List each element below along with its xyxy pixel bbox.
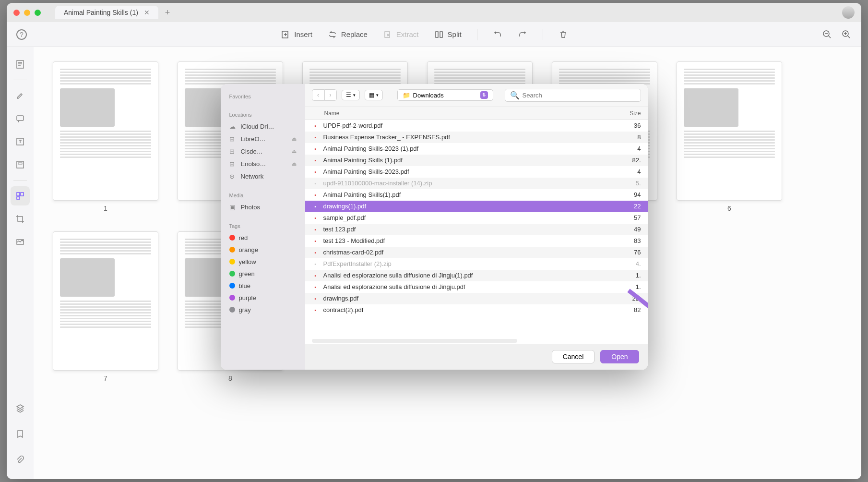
tag-item-blue[interactable]: blue bbox=[221, 280, 305, 292]
column-size[interactable]: Size bbox=[612, 110, 641, 117]
file-icon: ▪ bbox=[312, 122, 320, 130]
file-size: 1. bbox=[612, 272, 641, 279]
list-icon: ☰ bbox=[346, 92, 351, 98]
file-row[interactable]: ▪drawings(1).pdf22 bbox=[305, 201, 648, 212]
file-icon: ▪ bbox=[312, 203, 320, 210]
column-name[interactable]: Name bbox=[312, 110, 612, 117]
cloud-icon: ☁ bbox=[229, 123, 237, 131]
file-size: 94 bbox=[612, 191, 641, 198]
file-size: 83 bbox=[612, 237, 641, 244]
file-icon: ▪ bbox=[312, 157, 320, 164]
sidebar-item-icloud[interactable]: ☁iCloud Dri… bbox=[221, 120, 305, 133]
sidebar-item-libreoffice[interactable]: ⊟LibreO…⏏ bbox=[221, 133, 305, 145]
file-name: sample_pdf.pdf bbox=[323, 214, 612, 221]
tag-item-yellow[interactable]: yellow bbox=[221, 256, 305, 268]
file-icon: ▪ bbox=[312, 283, 320, 291]
horizontal-scrollbar[interactable] bbox=[312, 339, 517, 343]
file-row[interactable]: ▪christmas-card-02.pdf76 bbox=[305, 247, 648, 258]
file-name: Analisi ed esplorazione sulla diffusione… bbox=[323, 283, 612, 290]
sidebar-item-cisdem[interactable]: ⊟Cisde…⏏ bbox=[221, 145, 305, 158]
tag-dot-icon bbox=[229, 283, 235, 289]
file-size: 76 bbox=[612, 249, 641, 256]
file-name: test 123.pdf bbox=[323, 226, 612, 233]
dialog-toolbar: ‹ › ☰▾ ▦▾ 📁 Downloads ⇅ 🔍 bbox=[305, 84, 648, 107]
tag-dot-icon bbox=[229, 271, 235, 277]
tag-item-orange[interactable]: orange bbox=[221, 244, 305, 256]
file-size: 1. bbox=[612, 283, 641, 290]
file-row[interactable]: ▪PdfExpertInstaller (2).zip4. bbox=[305, 258, 648, 270]
eject-icon[interactable]: ⏏ bbox=[292, 136, 297, 142]
file-name: Animal Painting Skills-2023.pdf bbox=[323, 168, 612, 175]
file-icon: ▪ bbox=[312, 145, 320, 153]
tag-item-gray[interactable]: gray bbox=[221, 304, 305, 316]
file-row[interactable]: ▪Animal Painting Skills-2023.pdf4 bbox=[305, 166, 648, 178]
tag-dot-icon bbox=[229, 235, 235, 241]
favorites-header: Favorites bbox=[221, 91, 305, 102]
dialog-footer: Cancel Open bbox=[305, 344, 648, 370]
tag-item-purple[interactable]: purple bbox=[221, 292, 305, 304]
file-size: 5. bbox=[612, 180, 641, 187]
eject-icon[interactable]: ⏏ bbox=[292, 161, 297, 167]
file-name: Animal Painting Skills (1).pdf bbox=[323, 157, 612, 164]
file-row[interactable]: ▪test 123 - Modified.pdf83 bbox=[305, 235, 648, 247]
tag-item-green[interactable]: green bbox=[221, 268, 305, 280]
grid-icon: ▦ bbox=[369, 92, 374, 98]
media-header: Media bbox=[221, 190, 305, 201]
file-size: 82 bbox=[612, 306, 641, 313]
file-row[interactable]: ▪drawings.pdf22. bbox=[305, 293, 648, 304]
file-name: test 123 - Modified.pdf bbox=[323, 237, 612, 244]
nav-back-button[interactable]: ‹ bbox=[312, 89, 324, 101]
file-icon: ▪ bbox=[312, 168, 320, 176]
file-icon: ▪ bbox=[312, 133, 320, 141]
file-icon: ▪ bbox=[312, 295, 320, 302]
file-size: 22. bbox=[612, 295, 641, 302]
file-name: contract(2).pdf bbox=[323, 306, 612, 313]
file-size: 57 bbox=[612, 214, 641, 221]
tag-dot-icon bbox=[229, 247, 235, 253]
file-row[interactable]: ▪Animal Painting Skills-2023 (1).pdf4 bbox=[305, 143, 648, 155]
search-input[interactable] bbox=[523, 92, 636, 99]
tag-dot-icon bbox=[229, 307, 235, 313]
sidebar-item-network[interactable]: ⊕Network bbox=[221, 170, 305, 183]
chevron-down-icon: ▾ bbox=[353, 93, 356, 97]
dialog-overlay: Favorites Locations ☁iCloud Dri… ⊟LibreO… bbox=[0, 0, 868, 482]
file-size: 4. bbox=[612, 260, 641, 267]
file-row[interactable]: ▪contract(2).pdf82 bbox=[305, 304, 648, 316]
cancel-button[interactable]: Cancel bbox=[552, 350, 595, 363]
file-row[interactable]: ▪Animal Painting Skills(1).pdf94 bbox=[305, 189, 648, 201]
file-row[interactable]: ▪updf-9110100000-mac-installer (14).zip5… bbox=[305, 178, 648, 189]
search-field[interactable]: 🔍 bbox=[505, 89, 641, 102]
file-name: Analisi ed esplorazione sulla diffusione… bbox=[323, 272, 612, 279]
file-row[interactable]: ▪sample_pdf.pdf57 bbox=[305, 212, 648, 224]
file-row[interactable]: ▪Animal Painting Skills (1).pdf82. bbox=[305, 155, 648, 166]
sidebar-item-enolsoft[interactable]: ⊟Enolso…⏏ bbox=[221, 158, 305, 170]
file-icon: ▪ bbox=[312, 191, 320, 199]
view-mode-grid[interactable]: ▦▾ bbox=[365, 90, 383, 100]
file-size: 36 bbox=[612, 122, 641, 129]
file-row[interactable]: ▪test 123.pdf49 bbox=[305, 224, 648, 235]
folder-icon: 📁 bbox=[403, 92, 410, 99]
file-name: updf-9110100000-mac-installer (14).zip bbox=[323, 180, 612, 187]
tag-dot-icon bbox=[229, 295, 235, 301]
file-icon: ▪ bbox=[312, 260, 320, 268]
file-name: drawings.pdf bbox=[323, 295, 612, 302]
globe-icon: ⊕ bbox=[229, 173, 237, 181]
open-button[interactable]: Open bbox=[600, 350, 639, 363]
file-name: Animal Painting Skills(1).pdf bbox=[323, 191, 612, 198]
file-row[interactable]: ▪Business Expense Tracker_ - EXPENSES.pd… bbox=[305, 132, 648, 143]
file-size: 49 bbox=[612, 226, 641, 233]
sidebar-item-photos[interactable]: ▣Photos bbox=[221, 201, 305, 214]
file-row[interactable]: ▪Analisi ed esplorazione sulla diffusion… bbox=[305, 281, 648, 293]
location-dropdown[interactable]: 📁 Downloads ⇅ bbox=[397, 89, 493, 101]
file-row[interactable]: ▪Analisi ed esplorazione sulla diffusion… bbox=[305, 270, 648, 281]
tag-item-red[interactable]: red bbox=[221, 232, 305, 244]
eject-icon[interactable]: ⏏ bbox=[292, 148, 297, 155]
file-list[interactable]: ▪UPDF-pdf-2-word.pdf36▪Business Expense … bbox=[305, 120, 648, 339]
tag-dot-icon bbox=[229, 259, 235, 265]
view-mode-list[interactable]: ☰▾ bbox=[342, 90, 360, 100]
file-row[interactable]: ▪UPDF-pdf-2-word.pdf36 bbox=[305, 120, 648, 132]
file-name: christmas-card-02.pdf bbox=[323, 249, 612, 256]
nav-forward-button[interactable]: › bbox=[324, 89, 337, 101]
disk-icon: ⊟ bbox=[229, 135, 237, 143]
file-icon: ▪ bbox=[312, 249, 320, 256]
